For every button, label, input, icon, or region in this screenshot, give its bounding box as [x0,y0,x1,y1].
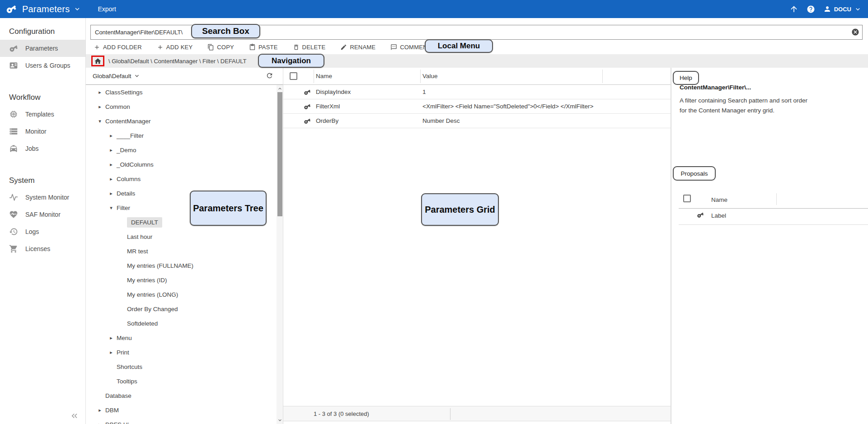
breadcrumb[interactable]: \ Global\Default \ ContentManager \ Filt… [108,58,246,65]
tree-item[interactable]: My entries (FULLNAME) [86,258,277,273]
tree-item[interactable]: ▸_OldColumns [86,157,277,172]
tree-item[interactable]: MR test [86,244,277,258]
proposals-select-all-checkbox[interactable] [683,195,691,202]
tree-item-label: Shortcuts [117,363,142,370]
status-text: 1 - 3 of 3 (0 selected) [314,410,369,417]
tree-item[interactable]: Tooltips [86,374,277,388]
tree-item[interactable]: ▸Menu [86,331,277,345]
sidebar-item-jobs[interactable]: Jobs [0,140,85,157]
tree-item[interactable]: Softdeleted [86,316,277,331]
sidebar-item-licenses[interactable]: Licenses [0,240,85,257]
param-value: 1 [422,89,426,95]
tree-item[interactable]: ▸Common [86,99,277,114]
proposals-column-header-name[interactable]: Name [711,196,727,203]
sidebar-item-system-monitor[interactable]: System Monitor [0,189,85,206]
column-header-name[interactable]: Name [316,73,332,79]
menu-export[interactable]: Export [98,5,116,13]
grid-row[interactable]: FilterXml <XmlFilter> <Field Name="SoftD… [283,99,671,114]
collapse-sidebar-icon[interactable] [70,411,79,420]
taxi-icon [9,144,18,153]
grid-row[interactable]: DisplayIndex 1 [283,85,671,99]
tree-item[interactable]: ▸Columns [86,172,277,186]
sidebar: Configuration Parameters Users & Groups … [0,18,86,424]
sidebar-item-parameters[interactable]: Parameters [0,40,85,57]
collapsed-arrow-icon[interactable]: ▸ [108,147,114,153]
user-menu[interactable]: DOCU [823,5,862,13]
proposal-row-label[interactable]: Label [711,212,726,219]
param-value: Number Desc [422,117,460,124]
paste-button[interactable]: PASTE [249,44,278,51]
column-divider[interactable] [420,70,421,83]
badge-icon [9,61,18,70]
clear-search-icon[interactable] [851,28,859,36]
collapsed-arrow-icon[interactable]: ▸ [97,407,103,413]
copy-button[interactable]: COPY [207,44,234,51]
tree-item[interactable]: ▸____Filter [86,128,277,143]
help-circle-icon[interactable] [807,5,815,14]
param-name: DisplayIndex [316,89,351,95]
select-all-checkbox[interactable] [290,72,297,80]
tree-item-label: DBFS Hi [105,421,129,424]
home-highlight-box [91,56,104,66]
parameters-tree-panel: Global\Default ▸ClassSettings ▸Common ▾C… [86,68,283,424]
local-menu-toolbar: ADD FOLDER ADD KEY COPY PASTE DELETE REN… [86,41,431,53]
row-underline [679,224,868,225]
scrollbar-thumb[interactable] [277,92,282,216]
tree-root-selector[interactable]: Global\Default [93,72,141,79]
tree-item-label: DEFAULT [127,217,162,228]
delete-button[interactable]: DELETE [293,44,326,51]
tree-item[interactable]: ▾ContentManager [86,114,277,128]
key-icon [302,102,312,112]
collapsed-arrow-icon[interactable]: ▸ [108,133,114,139]
collapsed-arrow-icon[interactable]: ▸ [108,349,114,355]
scroll-down-icon[interactable] [277,417,283,423]
header-underline [679,208,868,209]
sidebar-item-users-groups[interactable]: Users & Groups [0,57,85,74]
tree-item[interactable]: My entries (ID) [86,273,277,287]
add-key-button[interactable]: ADD KEY [157,44,192,51]
grid-row[interactable]: OrderBy Number Desc [283,114,671,128]
sidebar-item-logs[interactable]: Logs [0,223,85,240]
expanded-arrow-icon[interactable]: ▾ [108,205,114,211]
column-divider[interactable] [602,70,603,83]
tree-item[interactable]: ▸DBM [86,403,277,417]
tree-item[interactable]: Order By Changed [86,302,277,316]
button-label: PASTE [258,44,278,51]
expanded-arrow-icon[interactable]: ▾ [97,118,103,124]
tree-item-label: MR test [127,248,148,255]
home-icon[interactable] [94,57,102,65]
collapsed-arrow-icon[interactable]: ▸ [108,162,114,168]
tree-item[interactable]: Shortcuts [86,359,277,374]
collapsed-arrow-icon[interactable]: ▸ [97,89,103,95]
collapsed-arrow-icon[interactable]: ▸ [108,191,114,196]
tree-item[interactable]: Database [86,388,277,403]
upload-arrow-icon[interactable] [789,5,798,14]
parameters-grid-panel: Name Value DisplayIndex 1 FilterXml <Xml… [283,68,671,424]
collapsed-arrow-icon[interactable]: ▸ [108,176,114,182]
sidebar-item-templates[interactable]: Templates [0,106,85,123]
history-icon [9,227,18,236]
column-header-value[interactable]: Value [422,73,438,79]
collapsed-arrow-icon[interactable]: ▸ [97,104,103,110]
add-folder-button[interactable]: ADD FOLDER [94,44,142,51]
callout-parameters-tree: Parameters Tree [190,191,267,226]
collapsed-arrow-icon[interactable]: ▸ [108,335,114,341]
app-title: Parameters [22,4,70,14]
tree-scrollbar[interactable] [277,85,283,424]
chevron-down-icon[interactable] [73,5,81,13]
tree-item[interactable]: ▸DBFS Hi [86,417,277,424]
tree-item[interactable]: My entries (LONG) [86,287,277,302]
sidebar-item-monitor[interactable]: Monitor [0,123,85,140]
tree-item[interactable]: ▸Print [86,345,277,359]
tree-item-label: My entries (ID) [127,277,167,284]
tree-item[interactable]: ▸_Demo [86,143,277,157]
sidebar-item-label: Templates [25,111,54,118]
app-window: Parameters Export DOCU Configuration Par… [0,0,868,424]
tree-item[interactable]: ▸ClassSettings [86,85,277,99]
tree-item[interactable]: Last hour [86,229,277,244]
refresh-icon[interactable] [266,72,273,79]
collapsed-arrow-icon[interactable]: ▸ [97,422,103,424]
scroll-up-icon[interactable] [277,86,283,92]
rename-button[interactable]: RENAME [340,44,375,51]
sidebar-item-saf-monitor[interactable]: SAF Monitor [0,206,85,223]
